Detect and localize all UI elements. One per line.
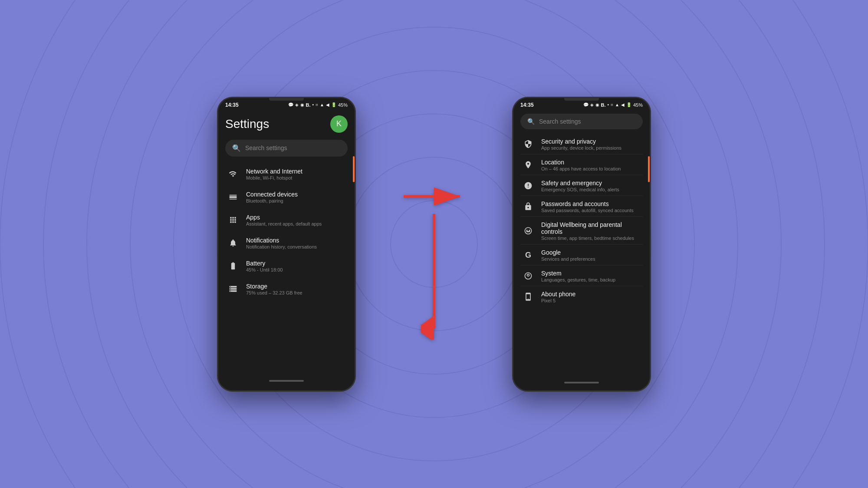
settings-list-2: Security and privacy App security, devic… <box>520 134 643 307</box>
scroll-indicator-2 <box>648 156 650 182</box>
setting-title-connected: Connected devices <box>246 191 298 198</box>
battery-percent: 45% <box>338 102 348 108</box>
phone-1-content: Settings K 🔍 Search settings <box>218 110 355 390</box>
setting-system[interactable]: System Languages, gestures, time, backup <box>520 266 643 286</box>
search-icon-2: 🔍 <box>527 118 535 125</box>
wifi-icon-status: ▲ <box>320 102 324 107</box>
setting-safety[interactable]: Safety and emergency Emergency SOS, medi… <box>520 176 643 196</box>
setting-subtitle-google: Services and preferences <box>541 256 595 262</box>
wellbeing-icon <box>522 225 534 237</box>
wifi-icon <box>227 168 239 180</box>
setting-subtitle-notifications: Notification history, conversations <box>246 244 317 249</box>
setting-subtitle-apps: Assistant, recent apps, default apps <box>246 221 322 226</box>
setting-subtitle-passwords: Saved passwords, autofill, synced accoun… <box>541 208 634 213</box>
phone-2-content: 🔍 Search settings Security and privacy <box>513 110 650 390</box>
dot-icon-2: • <box>608 102 609 107</box>
setting-title-battery: Battery <box>246 260 283 267</box>
status-time-1: 14:35 <box>225 102 239 108</box>
status-bar-2: 14:35 💬 ◈ ◉ B. • ⌗ ▲ ◀ 🔋 45% <box>513 98 650 110</box>
vpn-icon: ◈ <box>295 102 299 107</box>
setting-title-network: Network and Internet <box>246 168 302 175</box>
arrow-right-svg <box>399 183 469 210</box>
setting-subtitle-storage: 75% used – 32.23 GB free <box>246 290 302 295</box>
setting-title-passwords: Passwords and accounts <box>541 200 634 207</box>
setting-wellbeing[interactable]: Digital Wellbeing and parental controls … <box>520 218 643 245</box>
arrows-area <box>391 114 477 374</box>
setting-subtitle-wellbeing: Screen time, app timers, bedtime schedul… <box>541 236 641 241</box>
setting-title-storage: Storage <box>246 283 302 290</box>
setting-text-google: Google Services and preferences <box>541 249 595 262</box>
setting-subtitle-location: On – 46 apps have access to location <box>541 166 621 171</box>
settings-header: Settings K <box>225 115 348 133</box>
search-bar-2[interactable]: 🔍 Search settings <box>520 114 643 129</box>
setting-text-wellbeing: Digital Wellbeing and parental controls … <box>541 221 641 241</box>
setting-passwords[interactable]: Passwords and accounts Saved passwords, … <box>520 197 643 217</box>
settings-list-1: Network and Internet Mobile, Wi-Fi, hots… <box>225 164 348 300</box>
vpn-icon-2: ◈ <box>590 102 594 107</box>
setting-about[interactable]: About phone Pixel 5 <box>520 287 643 307</box>
setting-text-notifications: Notifications Notification history, conv… <box>246 237 317 249</box>
shield-icon <box>522 138 534 150</box>
setting-text-storage: Storage 75% used – 32.23 GB free <box>246 283 302 295</box>
setting-subtitle-battery: 45% - Until 18:00 <box>246 267 283 272</box>
avatar-letter: K <box>336 119 342 128</box>
setting-text-about: About phone Pixel 5 <box>541 291 575 303</box>
search-icon-1: 🔍 <box>232 144 241 152</box>
setting-location[interactable]: Location On – 46 apps have access to loc… <box>520 155 643 175</box>
passwords-icon <box>522 200 534 213</box>
setting-title-location: Location <box>541 159 621 166</box>
search-bar-text-1: Search settings <box>245 144 287 151</box>
setting-battery[interactable]: Battery 45% - Until 18:00 <box>225 255 348 277</box>
setting-title-wellbeing: Digital Wellbeing and parental controls <box>541 221 641 235</box>
google-icon: G <box>522 249 534 261</box>
search-placeholder-2: Search settings <box>539 118 581 125</box>
setting-title-about: About phone <box>541 291 575 298</box>
battery-icon <box>227 260 239 272</box>
setting-text-system: System Languages, gestures, time, backup <box>541 270 615 282</box>
link-icon-2: ⌗ <box>611 102 613 108</box>
setting-text-apps: Apps Assistant, recent apps, default app… <box>246 214 322 226</box>
phone-1-screen: 14:35 💬 ◈ ◉ B. • ⌗ ▲ ◀ 🔋 45% Settings <box>218 98 355 390</box>
phone-2: 14:35 💬 ◈ ◉ B. • ⌗ ▲ ◀ 🔋 45% 🔍 Sear <box>512 97 651 392</box>
setting-notifications[interactable]: Notifications Notification history, conv… <box>225 233 348 254</box>
setting-title-google: Google <box>541 249 595 256</box>
setting-subtitle-about: Pixel 5 <box>541 298 575 303</box>
theme-icon-2: ◉ <box>595 102 599 107</box>
setting-text-security: Security and privacy App security, devic… <box>541 138 621 151</box>
setting-google[interactable]: G Google Services and preferences <box>520 246 643 265</box>
home-bar-1 <box>269 380 304 382</box>
setting-title-apps: Apps <box>246 214 322 221</box>
setting-title-notifications: Notifications <box>246 237 317 244</box>
signal-icon-2: ◀ <box>621 102 625 107</box>
battery-percent-2: 45% <box>633 102 643 108</box>
setting-title-system: System <box>541 270 615 277</box>
storage-icon <box>227 283 239 295</box>
setting-network[interactable]: Network and Internet Mobile, Wi-Fi, hots… <box>225 164 348 185</box>
theme-icon: ◉ <box>300 102 304 107</box>
search-bar-1[interactable]: 🔍 Search settings <box>225 140 348 157</box>
settings-title: Settings <box>225 117 269 131</box>
link-icon: ⌗ <box>316 102 318 108</box>
status-time-2: 14:35 <box>520 102 534 108</box>
setting-subtitle-security: App security, device lock, permissions <box>541 145 621 151</box>
setting-apps[interactable]: Apps Assistant, recent apps, default app… <box>225 210 348 231</box>
setting-storage[interactable]: Storage 75% used – 32.23 GB free <box>225 278 348 300</box>
system-icon <box>522 270 534 282</box>
setting-text-connected: Connected devices Bluetooth, pairing <box>246 191 298 203</box>
setting-subtitle-network: Mobile, Wi-Fi, hotspot <box>246 175 302 180</box>
wifi-icon-status-2: ▲ <box>615 102 619 107</box>
avatar[interactable]: K <box>330 115 348 133</box>
apps-icon <box>227 214 239 226</box>
setting-security[interactable]: Security and privacy App security, devic… <box>520 134 643 154</box>
b-icon-2: B. <box>601 102 606 108</box>
whatsapp-icon: 💬 <box>288 102 293 107</box>
scroll-indicator-1 <box>353 156 355 182</box>
setting-text-location: Location On – 46 apps have access to loc… <box>541 159 621 171</box>
setting-subtitle-safety: Emergency SOS, medical info, alerts <box>541 187 619 192</box>
whatsapp-icon-2: 💬 <box>583 102 589 107</box>
setting-text-passwords: Passwords and accounts Saved passwords, … <box>541 200 634 213</box>
setting-connected[interactable]: Connected devices Bluetooth, pairing <box>225 187 348 208</box>
signal-icon: ◀ <box>326 102 329 107</box>
setting-text-network: Network and Internet Mobile, Wi-Fi, hots… <box>246 168 302 180</box>
notifications-icon <box>227 237 239 249</box>
